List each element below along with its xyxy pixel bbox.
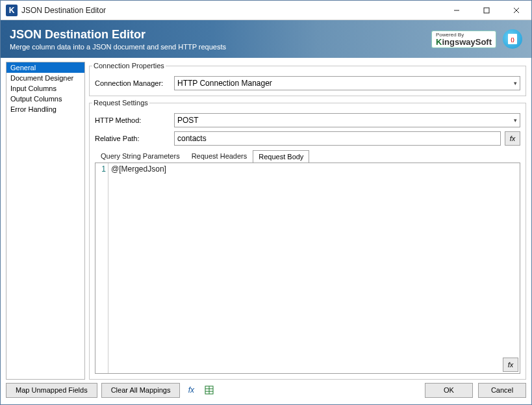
sidebar-item-document-designer[interactable]: Document Designer xyxy=(6,73,84,83)
sidebar-item-output-columns[interactable]: Output Columns xyxy=(6,94,84,104)
tab-request-body[interactable]: Request Body xyxy=(253,150,309,163)
editor-gutter: 1 xyxy=(95,163,108,373)
maximize-button[interactable] xyxy=(472,1,501,20)
editor-content[interactable]: @[MergedJson] xyxy=(108,163,520,373)
page-title: JSON Destination Editor xyxy=(10,28,226,42)
header-banner: JSON Destination Editor Merge column dat… xyxy=(1,20,531,58)
app-icon: K xyxy=(6,5,18,16)
request-settings-legend: Request Settings xyxy=(92,99,149,107)
close-button[interactable] xyxy=(501,1,531,20)
minimize-button[interactable] xyxy=(442,1,472,20)
json-globe-icon: {} xyxy=(503,29,522,49)
request-body-fx-button[interactable]: fx xyxy=(503,358,518,372)
tab-request-headers[interactable]: Request Headers xyxy=(186,150,253,163)
connection-properties-group: Connection Properties Connection Manager… xyxy=(89,62,526,96)
chevron-down-icon: ▾ xyxy=(514,80,517,86)
http-method-label: HTTP Method: xyxy=(95,116,170,124)
connection-properties-legend: Connection Properties xyxy=(92,62,166,70)
sidebar-item-error-handling[interactable]: Error Handling xyxy=(6,104,84,114)
clear-all-mappings-button[interactable]: Clear All Mappings xyxy=(101,383,181,398)
ok-button[interactable]: OK xyxy=(425,383,473,398)
sidebar-item-general[interactable]: General xyxy=(6,62,84,73)
http-method-select[interactable]: POST ▾ xyxy=(174,113,520,127)
title-bar: K JSON Destination Editor xyxy=(1,1,531,20)
connection-manager-select[interactable]: HTTP Connection Manager ▾ xyxy=(174,76,520,90)
page-subtitle: Merge column data into a JSON document a… xyxy=(10,43,226,51)
grid-toolbar-icon[interactable] xyxy=(202,383,216,397)
request-body-editor[interactable]: 1 @[MergedJson] fx xyxy=(95,163,520,374)
tab-query-string-parameters[interactable]: Query String Parameters xyxy=(95,150,186,163)
kingswaysoft-logo: Powered By KingswaySoft xyxy=(431,31,496,48)
connection-manager-value: HTTP Connection Manager xyxy=(177,79,272,88)
nav-sidebar: General Document Designer Input Columns … xyxy=(6,62,85,380)
request-tabs: Query String Parameters Request Headers … xyxy=(95,150,520,163)
connection-manager-label: Connection Manager: xyxy=(95,79,170,87)
sidebar-item-input-columns[interactable]: Input Columns xyxy=(6,83,84,94)
fx-toolbar-icon[interactable]: fx xyxy=(184,383,198,397)
http-method-value: POST xyxy=(177,116,199,125)
relative-path-fx-button[interactable]: fx xyxy=(505,131,520,146)
request-settings-group: Request Settings HTTP Method: POST ▾ Rel… xyxy=(89,99,526,380)
relative-path-label: Relative Path: xyxy=(95,135,170,142)
window-title: JSON Destination Editor xyxy=(21,6,442,15)
svg-rect-1 xyxy=(484,8,489,13)
chevron-down-icon: ▾ xyxy=(514,117,517,124)
dialog-footer: Map Unmapped Fields Clear All Mappings f… xyxy=(1,380,531,400)
relative-path-input[interactable]: contacts xyxy=(174,131,501,146)
cancel-button[interactable]: Cancel xyxy=(478,383,526,398)
map-unmapped-fields-button[interactable]: Map Unmapped Fields xyxy=(6,383,97,398)
